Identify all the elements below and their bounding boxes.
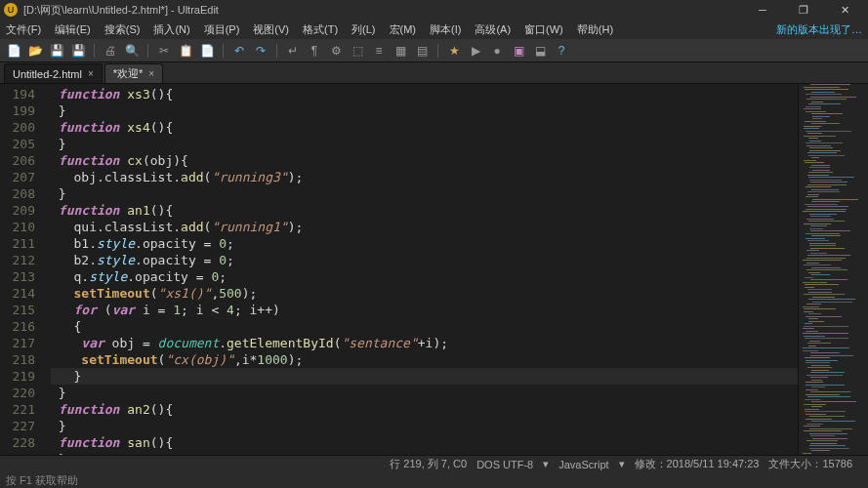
title-bar: U [D:\网页\learn\Untitled-2.html*] - Ultra… (0, 0, 868, 20)
status-bar: 行 219, 列 7, C0 DOS UTF-8 ▾ JavaScript ▾ … (0, 455, 868, 472)
print-preview-icon[interactable]: 🔍 (124, 43, 140, 59)
tool-icon[interactable]: ▦ (393, 43, 408, 59)
cut-icon[interactable]: ✂ (156, 43, 172, 59)
undo-icon[interactable]: ↶ (231, 43, 247, 59)
minimize-button[interactable]: ─ (743, 1, 782, 19)
tab-label: *欢迎* (113, 66, 144, 81)
line-gutter: 1941992002052062072082092102112122132142… (0, 84, 41, 455)
menu-project[interactable]: 项目(P) (204, 22, 240, 37)
menu-search[interactable]: 搜索(S) (104, 22, 141, 37)
status-position: 行 219, 列 7, C0 (390, 457, 467, 471)
menu-view[interactable]: 视图(V) (253, 22, 289, 37)
toolbar-sep (94, 44, 95, 58)
status-filesize: 文件大小：15786 (768, 457, 852, 471)
tab-file[interactable]: Untitled-2.html × (4, 63, 103, 83)
help-text: 按 F1 获取帮助 (6, 473, 78, 488)
redo-icon[interactable]: ↷ (253, 43, 269, 59)
tab-welcome[interactable]: *欢迎* × (104, 63, 163, 83)
tool-icon[interactable]: ★ (446, 43, 462, 59)
help-icon[interactable]: ? (554, 43, 569, 59)
toolbar: 📄 📂 💾 💾 🖨 🔍 ✂ 📋 📄 ↶ ↷ ↵ ¶ ⚙ ⬚ ≡ ▦ ▤ ★ ▶ … (0, 39, 868, 62)
tab-label: Untitled-2.html (13, 68, 82, 80)
maximize-button[interactable]: ❐ (784, 1, 823, 19)
paste-icon[interactable]: 📄 (199, 43, 215, 59)
window-title: [D:\网页\learn\Untitled-2.html*] - UltraEd… (23, 3, 743, 18)
menu-edit[interactable]: 编辑(E) (55, 22, 91, 37)
menu-insert[interactable]: 插入(N) (153, 22, 189, 37)
copy-icon[interactable]: 📋 (178, 43, 193, 59)
editor-area: 1941992002052062072082092102112122132142… (0, 84, 868, 455)
menu-file[interactable]: 文件(F) (6, 22, 41, 37)
menu-window[interactable]: 窗口(W) (524, 22, 563, 37)
minimap[interactable] (798, 84, 868, 455)
show-spaces-icon[interactable]: ¶ (307, 43, 322, 59)
toolbar-sep (223, 44, 224, 58)
app-icon: U (4, 3, 18, 17)
tab-bar: Untitled-2.html × *欢迎* × (0, 62, 868, 84)
status-encoding: DOS UTF-8 (476, 459, 533, 470)
save-icon[interactable]: 💾 (49, 43, 64, 59)
toolbar-sep (437, 44, 438, 58)
save-all-icon[interactable]: 💾 (70, 43, 86, 59)
menu-script[interactable]: 脚本(I) (430, 22, 461, 37)
tool-icon[interactable]: ▤ (414, 43, 430, 59)
update-notice[interactable]: 新的版本出现了… (776, 22, 862, 37)
tool-icon[interactable]: ▶ (468, 43, 483, 59)
open-file-icon[interactable]: 📂 (27, 43, 43, 59)
menu-macro[interactable]: 宏(M) (390, 22, 417, 37)
print-icon[interactable]: 🖨 (103, 43, 118, 59)
status-modified: 修改：2018/5/11 19:47:23 (635, 457, 760, 471)
status-language: JavaScript (558, 459, 608, 470)
window-controls: ─ ❐ ✕ (743, 1, 864, 19)
tab-close-icon[interactable]: × (88, 68, 94, 79)
toolbar-sep (276, 44, 277, 58)
toolbar-sep (147, 44, 148, 58)
tool-icon[interactable]: ⬓ (532, 43, 548, 59)
tab-close-icon[interactable]: × (148, 68, 154, 79)
menu-help[interactable]: 帮助(H) (577, 22, 613, 37)
code-editor[interactable]: function xs3(){ } function xs4(){ } func… (41, 84, 798, 455)
help-bar: 按 F1 获取帮助 (0, 472, 868, 488)
tool-icon[interactable]: ⚙ (328, 43, 344, 59)
new-file-icon[interactable]: 📄 (6, 43, 21, 59)
menu-column[interactable]: 列(L) (351, 22, 375, 37)
toggle-ww-icon[interactable]: ↵ (285, 43, 301, 59)
menu-bar: 文件(F) 编辑(E) 搜索(S) 插入(N) 项目(P) 视图(V) 格式(T… (0, 20, 868, 39)
tool-icon[interactable]: ▣ (511, 43, 526, 59)
tool-icon[interactable]: ● (489, 43, 505, 59)
tool-icon[interactable]: ⬚ (350, 43, 365, 59)
tool-icon[interactable]: ≡ (371, 43, 387, 59)
close-button[interactable]: ✕ (825, 1, 864, 19)
menu-format[interactable]: 格式(T) (303, 22, 338, 37)
menu-advanced[interactable]: 高级(A) (475, 22, 511, 37)
